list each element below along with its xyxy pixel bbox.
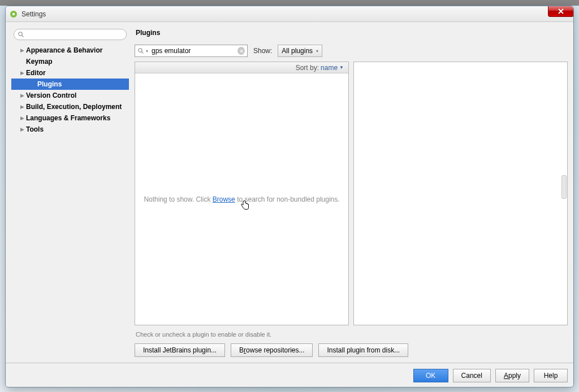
clear-search-button[interactable]: ✕ [237,47,245,55]
btn-text: A [504,372,508,380]
plugins-toolbar: ▾ ✕ Show: All plugins ▾ [135,45,568,57]
svg-point-2 [19,32,22,36]
chevron-down-icon[interactable]: ▾ [146,49,148,54]
sidebar-item-build-execution-deployment[interactable]: ▶Build, Execution, Deployment [11,101,129,112]
chevron-down-icon[interactable]: ▼ [339,65,344,70]
ok-button[interactable]: OK [413,369,448,382]
content-area: ▶Appearance & Behavior ▶Keymap ▶Editor ▶… [6,22,573,363]
settings-tree: ▶Appearance & Behavior ▶Keymap ▶Editor ▶… [11,45,129,357]
sidebar-item-languages-frameworks[interactable]: ▶Languages & Frameworks [11,112,129,124]
cancel-button[interactable]: Cancel [453,369,491,382]
svg-point-1 [12,12,15,15]
sort-bar: Sort by: name ▼ [135,62,348,73]
page-title: Plugins [135,28,568,45]
browse-repositories-button[interactable]: Browse repositories... [231,343,313,357]
show-label: Show: [253,47,272,55]
window-title: Settings [21,10,46,18]
empty-message: Nothing to show. Click Browse to search … [135,73,348,325]
svg-line-5 [142,52,144,54]
sidebar-item-label: Keymap [26,58,53,66]
show-dropdown-value: All plugins [282,47,313,55]
sidebar-item-plugins[interactable]: ▶Plugins [11,79,129,90]
background-taskbar [0,0,579,6]
sidebar-item-keymap[interactable]: ▶Keymap [11,56,129,67]
close-button[interactable] [548,6,574,17]
sidebar-item-label: Version Control [26,92,76,99]
plugin-list-panel: Sort by: name ▼ Nothing to show. Click B… [135,62,349,325]
sort-by-label: Sort by: [296,64,319,72]
btn-text: pply [508,372,521,380]
settings-window: Settings ▶Appe [5,6,574,387]
sidebar-item-label: Editor [26,69,46,77]
chevron-down-icon: ▾ [316,49,318,54]
sidebar-item-label: Tools [26,125,44,133]
sidebar-item-tools[interactable]: ▶Tools [11,124,129,135]
plugin-search-input[interactable] [150,46,237,55]
empty-text-post: to search for non-bundled plugins. [235,195,340,203]
install-jetbrains-plugin-button[interactable]: Install JetBrains plugin... [135,343,225,357]
btn-text: owse repositories... [246,346,304,354]
close-icon [558,8,564,14]
plugin-action-row: Install JetBrains plugin... Browse repos… [135,343,568,357]
sidebar: ▶Appearance & Behavior ▶Keymap ▶Editor ▶… [11,28,129,357]
plugin-panels: Sort by: name ▼ Nothing to show. Click B… [135,62,568,325]
sidebar-item-label: Languages & Frameworks [26,114,110,122]
sidebar-search-input[interactable] [24,30,123,39]
btn-text: Install plugin from disk... [327,346,400,354]
sort-by-value[interactable]: name [321,64,338,72]
search-icon [18,31,24,38]
sidebar-item-version-control[interactable]: ▶Version Control [11,90,129,101]
help-button[interactable]: Help [534,369,568,382]
show-dropdown[interactable]: All plugins ▾ [278,45,322,57]
sidebar-item-label: Plugins [37,80,62,88]
install-plugin-from-disk-button[interactable]: Install plugin from disk... [318,343,408,357]
top-area: ▶Appearance & Behavior ▶Keymap ▶Editor ▶… [11,28,568,357]
plugin-search[interactable]: ▾ ✕ [135,45,248,57]
plugin-detail-panel [353,62,568,325]
btn-text: B [239,346,244,354]
app-icon [9,10,18,19]
sidebar-item-label: Build, Execution, Deployment [26,103,122,111]
sidebar-item-label: Appearance & Behavior [26,46,102,54]
hint-text: Check or uncheck a plugin to enable or d… [135,325,568,343]
svg-point-4 [139,49,142,52]
dialog-footer: OK Cancel Apply Help [6,363,573,387]
main-panel: Plugins ▾ ✕ [135,28,568,357]
apply-button[interactable]: Apply [495,369,529,382]
empty-text-pre: Nothing to show. Click [144,195,212,203]
titlebar: Settings [6,6,573,22]
sidebar-search[interactable] [14,29,127,40]
search-icon [137,47,144,54]
desktop-background: Settings ▶Appe [0,0,579,392]
browse-link[interactable]: Browse [213,195,235,203]
svg-line-3 [22,36,24,37]
sidebar-item-editor[interactable]: ▶Editor [11,67,129,79]
sidebar-item-appearance-behavior[interactable]: ▶Appearance & Behavior [11,45,129,56]
